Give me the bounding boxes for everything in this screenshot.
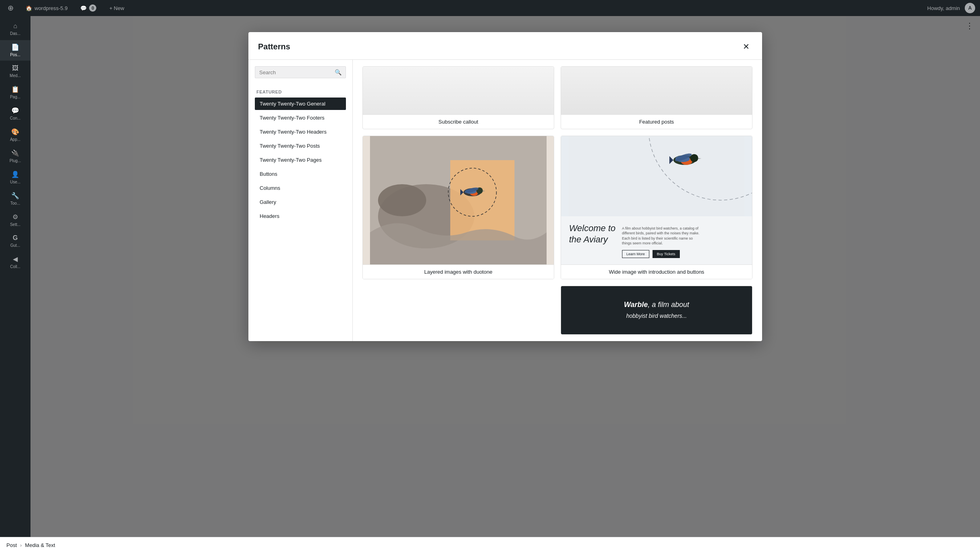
sidebar-item-dashboard[interactable]: ⌂ Das... — [0, 19, 30, 39]
media-icon: 🖼 — [12, 65, 18, 72]
admin-layout: ⌂ Das... 📄 Pos... 🖼 Med... 📋 Pag... 💬 Co… — [0, 16, 980, 553]
admin-bar-new[interactable]: + New — [106, 5, 127, 11]
category-label: Featured — [255, 86, 346, 96]
wide-aviary-title: Welcome tothe Aviary — [569, 223, 616, 246]
pattern-preview-subscribe — [363, 67, 554, 115]
settings-icon: ⚙ — [12, 213, 18, 221]
sidebar-item-media[interactable]: 🖼 Med... — [0, 61, 30, 81]
svg-rect-3 — [450, 160, 514, 240]
top-patterns-row: Subscribe callout Featured posts — [362, 66, 752, 129]
patterns-content[interactable]: Subscribe callout Featured posts — [353, 60, 762, 341]
layered-preview — [363, 136, 554, 264]
admin-bar: ⊕ 🏠 wordpress-5.9 💬 0 + New Howdy, admin… — [0, 0, 980, 16]
appearance-icon: 🎨 — [11, 128, 19, 136]
admin-bar-right: Howdy, admin A — [927, 3, 975, 13]
wp-logo[interactable]: ⊕ — [5, 2, 16, 14]
nav-item-pages[interactable]: Twenty Twenty-Two Pages — [255, 154, 346, 166]
dark-preview: Warble, a film abouthobbyist bird watche… — [561, 286, 752, 334]
breadcrumb-separator: › — [20, 542, 22, 548]
main-content: Patterns ✕ 🔍 Featured — [30, 16, 980, 553]
breadcrumb-current: Media & Text — [25, 542, 55, 548]
pattern-preview-dark: Warble, a film abouthobbyist bird watche… — [561, 286, 752, 334]
sidebar-item-label: Sett... — [10, 222, 20, 227]
modal-header: Patterns ✕ — [248, 32, 762, 60]
comments-icon: 💬 — [80, 5, 87, 11]
sidebar-item-label: Plug... — [10, 159, 21, 163]
sidebar-item-pages[interactable]: 📋 Pag... — [0, 82, 30, 103]
sidebar-item-gutenberg[interactable]: G Gut... — [0, 231, 30, 251]
admin-sidebar: ⌂ Das... 📄 Pos... 🖼 Med... 📋 Pag... 💬 Co… — [0, 16, 30, 553]
nav-item-gallery[interactable]: Gallery — [255, 196, 346, 208]
pattern-preview-layered — [363, 136, 554, 264]
nav-item-columns[interactable]: Columns — [255, 182, 346, 194]
breadcrumb-bar: Post › Media & Text — [0, 537, 980, 553]
wide-top-area — [561, 136, 752, 216]
sidebar-item-label: Med... — [10, 73, 21, 78]
wide-image-preview: Welcome tothe Aviary A film about hobbyi… — [561, 136, 752, 264]
sidebar-item-label: Gut... — [10, 243, 20, 248]
modal-close-button[interactable]: ✕ — [740, 40, 752, 53]
collapse-icon: ◀ — [13, 255, 18, 263]
sidebar-item-label: Too... — [10, 201, 20, 206]
bird-background — [363, 136, 554, 264]
modal-overlay: Patterns ✕ 🔍 Featured — [30, 16, 980, 553]
pattern-preview-wide: Welcome tothe Aviary A film about hobbyi… — [561, 136, 752, 264]
patterns-grid: Layered images with duotone — [362, 136, 752, 335]
pattern-label-featured: Featured posts — [561, 115, 752, 129]
sidebar-item-plugins[interactable]: 🔌 Plug... — [0, 146, 30, 167]
modal-body: 🔍 Featured Twenty Twenty-Two General Twe… — [248, 60, 762, 341]
sidebar-item-label: Pos... — [10, 53, 20, 57]
sidebar-item-label: Das... — [10, 31, 20, 36]
svg-point-2 — [378, 184, 426, 216]
sidebar-item-users[interactable]: 👤 Use... — [0, 167, 30, 188]
nav-item-posts[interactable]: Twenty Twenty-Two Posts — [255, 140, 346, 152]
avatar[interactable]: A — [965, 3, 975, 13]
comments-icon: 💬 — [11, 107, 19, 114]
gutenberg-icon: G — [13, 234, 18, 242]
nav-item-headers2[interactable]: Headers — [255, 210, 346, 222]
pattern-card-subscribe[interactable]: Subscribe callout — [362, 66, 554, 129]
learn-more-button[interactable]: Learn More — [622, 250, 649, 258]
admin-bar-site[interactable]: 🏠 wordpress-5.9 — [22, 5, 71, 11]
pattern-card-wide[interactable]: Welcome tothe Aviary A film about hobbyi… — [561, 136, 752, 279]
nav-item-footers[interactable]: Twenty Twenty-Two Footers — [255, 112, 346, 124]
sidebar-item-collapse[interactable]: ◀ Coll... — [0, 252, 30, 272]
nav-item-buttons[interactable]: Buttons — [255, 168, 346, 180]
nav-item-headers[interactable]: Twenty Twenty-Two Headers — [255, 126, 346, 138]
sidebar-item-label: Con... — [10, 116, 21, 121]
breadcrumb-root[interactable]: Post — [6, 542, 17, 548]
users-icon: 👤 — [11, 171, 19, 178]
pattern-label-layered: Layered images with duotone — [363, 264, 554, 279]
dark-warble-text: Warble, a film abouthobbyist bird watche… — [616, 291, 697, 329]
site-icon: 🏠 — [26, 5, 32, 11]
sidebar-item-label: Use... — [10, 180, 20, 185]
patterns-modal: Patterns ✕ 🔍 Featured — [248, 32, 762, 341]
search-input[interactable] — [259, 69, 331, 75]
pages-icon: 📋 — [11, 85, 19, 93]
search-icon: 🔍 — [335, 69, 342, 75]
modal-sidebar: 🔍 Featured Twenty Twenty-Two General Twe… — [248, 60, 353, 341]
search-box[interactable]: 🔍 — [255, 66, 346, 78]
sidebar-item-label: Coll... — [10, 264, 20, 269]
wide-bottom-area: Welcome tothe Aviary A film about hobbyi… — [561, 216, 752, 264]
tools-icon: 🔧 — [11, 192, 19, 199]
pattern-card-layered[interactable]: Layered images with duotone — [362, 136, 554, 279]
pattern-card-featured-posts[interactable]: Featured posts — [561, 66, 752, 129]
pattern-label-subscribe: Subscribe callout — [363, 115, 554, 129]
wide-description: A film about hobbyist bird watchers, a c… — [622, 226, 702, 246]
pattern-card-dark[interactable]: Warble, a film abouthobbyist bird watche… — [561, 286, 752, 335]
sidebar-item-posts[interactable]: 📄 Pos... — [0, 40, 30, 61]
svg-rect-12 — [568, 136, 744, 216]
pattern-preview-featured — [561, 67, 752, 115]
sidebar-item-appearance[interactable]: 🎨 App... — [0, 125, 30, 145]
sidebar-item-label: App... — [10, 137, 20, 142]
modal-title: Patterns — [258, 42, 290, 51]
sidebar-item-settings[interactable]: ⚙ Sett... — [0, 210, 30, 230]
nav-item-general[interactable]: Twenty Twenty-Two General — [255, 98, 346, 110]
sidebar-item-tools[interactable]: 🔧 Too... — [0, 189, 30, 209]
buy-tickets-button[interactable]: Buy Tickets — [653, 250, 680, 258]
admin-bar-comments[interactable]: 💬 0 — [77, 4, 100, 12]
sidebar-item-comments[interactable]: 💬 Con... — [0, 104, 30, 124]
dashboard-icon: ⌂ — [13, 22, 17, 30]
plugins-icon: 🔌 — [11, 149, 19, 157]
